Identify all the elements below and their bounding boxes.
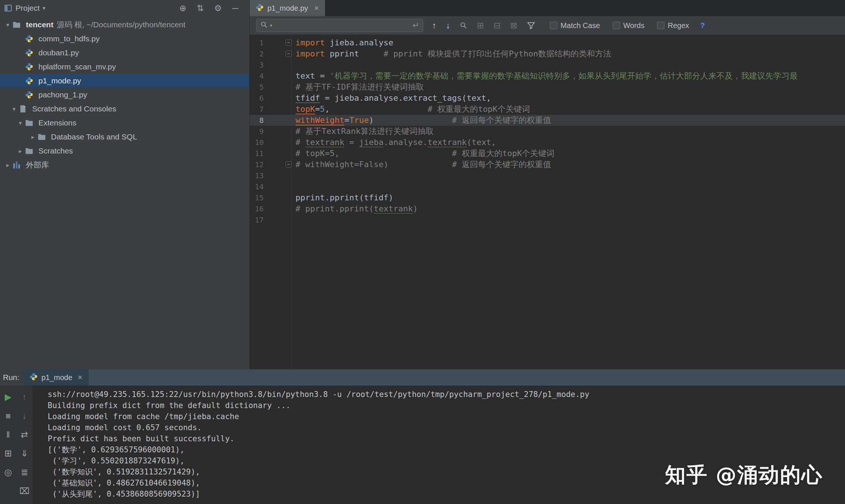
regex-box[interactable] <box>657 22 664 29</box>
code-line-7[interactable]: 7topK=5, # 权重最大的topK个关键词 <box>250 104 845 115</box>
select-all-occurrences-icon[interactable]: ⊠ <box>510 21 517 30</box>
line-number: 1 <box>250 37 264 48</box>
tree-item-external-libraries[interactable]: ▸外部库 <box>0 158 249 172</box>
restore-layout-icon[interactable]: ⊞ <box>4 448 12 459</box>
regex-checkbox[interactable]: Regex <box>657 21 689 30</box>
tree-item-label: pachong_1.py <box>38 90 87 99</box>
code-text: # 基于TF-IDF算法进行关键词抽取 <box>291 82 424 93</box>
fold-gutter <box>264 148 291 159</box>
tree-item-hplatform-scan-mv[interactable]: hplatform_scan_mv.py <box>0 60 249 74</box>
clear-console-icon[interactable]: ⌧ <box>19 486 30 497</box>
code-line-2[interactable]: 2−import pprint # pprint 模块提供了打印出任何Pytho… <box>250 48 845 59</box>
rerun-icon[interactable]: ▶ <box>5 391 11 403</box>
chevron-right-icon[interactable]: ▸ <box>28 134 38 141</box>
fold-marker-icon[interactable]: − <box>264 159 291 170</box>
tree-item-pachong-1[interactable]: pachong_1.py <box>0 88 249 102</box>
code-line-10[interactable]: 10# textrank = jieba.analyse.textrank(te… <box>250 137 845 148</box>
project-selector[interactable]: Project <box>16 4 40 13</box>
tree-item-douban1[interactable]: douban1.py <box>0 46 249 60</box>
code-line-3[interactable]: 3 <box>250 59 845 70</box>
words-checkbox[interactable]: Words <box>613 21 644 30</box>
remove-occurrence-icon[interactable]: ⊟ <box>493 21 500 30</box>
next-match-icon[interactable]: ↓ <box>446 21 451 30</box>
code-line-6[interactable]: 6tfidf = jieba.analyse.extract_tags(text… <box>250 93 845 104</box>
up-stack-trace-icon[interactable]: ↑ <box>22 391 27 403</box>
run-tab-p1-mode[interactable]: p1_mode ✕ <box>24 369 89 386</box>
chevron-right-icon[interactable]: ▸ <box>16 148 25 155</box>
print-icon[interactable]: ≣ <box>21 467 28 478</box>
close-run-tab-icon[interactable]: ✕ <box>78 374 83 382</box>
find-all-icon[interactable] <box>460 22 467 29</box>
code-line-4[interactable]: 4text = '机器学习，需要一定的数学基础，需要掌握的数学基础知识特别多，如… <box>250 70 845 82</box>
project-tree: ▾tencent源码 根, ~/Documents/python/tencent… <box>0 16 249 172</box>
fold-gutter <box>264 126 291 137</box>
code-line-17[interactable]: 17 <box>250 214 845 225</box>
chevron-down-icon[interactable]: ▾ <box>9 106 19 113</box>
code-line-16[interactable]: 16# pprint.pprint(textrank) <box>250 203 845 214</box>
line-number: 16 <box>250 203 264 214</box>
soft-wrap-icon[interactable]: ⇄ <box>21 429 28 440</box>
code-line-9[interactable]: 9# 基于TextRank算法进行关键词抽取 <box>250 126 845 137</box>
python-file-icon <box>30 373 38 383</box>
run-toolbar: ▶■‖⊞◎↑↓⇄⇓≣⌧ <box>0 386 33 504</box>
tree-item-label: comm_to_hdfs.py <box>38 34 100 43</box>
collapse-all-icon[interactable]: ⇅ <box>197 4 204 13</box>
fold-gutter <box>264 170 291 181</box>
filter-icon[interactable] <box>527 21 535 30</box>
words-box[interactable] <box>613 22 620 29</box>
tree-item-scratches[interactable]: ▸Scratches <box>0 144 249 158</box>
tree-item-tencent-root[interactable]: ▾tencent源码 根, ~/Documents/python/tencent <box>0 18 249 32</box>
editor-tab-label: p1_mode.py <box>267 4 308 13</box>
code-editor[interactable]: 1−import jieba.analyse2−import pprint # … <box>250 35 845 369</box>
chevron-right-icon[interactable]: ▸ <box>3 162 13 169</box>
code-line-14[interactable]: 14 <box>250 181 845 192</box>
new-line-icon[interactable]: ↵ <box>413 21 419 30</box>
console-line: [('数学', 0.6293657596000001), <box>48 444 845 455</box>
run-tab-bar: Run: p1_mode ✕ <box>0 369 845 386</box>
search-input[interactable]: ▾ ↵ <box>256 19 423 32</box>
code-line-13[interactable]: 13 <box>250 170 845 181</box>
tree-item-p1-mode[interactable]: p1_mode.py <box>0 74 249 88</box>
match-case-label: Match Case <box>561 21 600 30</box>
tree-item-scratches-and-consoles[interactable]: ▾Scratches and Consoles <box>0 102 249 116</box>
add-occurrence-icon[interactable]: ⊞ <box>477 21 484 30</box>
settings-gear-icon[interactable]: ⚙ <box>214 4 222 13</box>
tree-item-database-tools-and-sql[interactable]: ▸Database Tools and SQL <box>0 130 249 144</box>
code-line-12[interactable]: 12−# withWeight=False) # 返回每个关键字的权重值 <box>250 159 845 170</box>
pause-output-icon[interactable]: ‖ <box>6 429 10 440</box>
tree-item-extensions[interactable]: ▾Extensions <box>0 116 249 130</box>
code-line-8[interactable]: 8withWeight=True) # 返回每个关键字的权重值 <box>250 115 845 126</box>
close-tab-icon[interactable]: ✕ <box>314 4 319 12</box>
line-number: 5 <box>250 82 264 93</box>
regex-label: Regex <box>668 21 689 30</box>
match-case-box[interactable] <box>550 22 557 29</box>
fold-marker-icon[interactable]: − <box>264 37 291 48</box>
editor-tab-p1-mode[interactable]: p1_mode.py ✕ <box>250 0 325 16</box>
folder-icon <box>25 118 36 127</box>
down-stack-trace-icon[interactable]: ↓ <box>22 410 27 421</box>
code-line-5[interactable]: 5# 基于TF-IDF算法进行关键词抽取 <box>250 82 845 93</box>
code-text: import pprint # pprint 模块提供了打印出任何Python数… <box>291 48 611 59</box>
pin-tab-icon[interactable]: ◎ <box>4 467 12 478</box>
python-icon <box>25 34 36 43</box>
fold-marker-icon[interactable]: − <box>264 48 291 59</box>
search-history-chevron-icon[interactable]: ▾ <box>270 23 272 28</box>
code-text: # 基于TextRank算法进行关键词抽取 <box>291 126 434 137</box>
code-line-15[interactable]: 15pprint.pprint(tfidf) <box>250 192 845 203</box>
console-line: ssh://root@49.235.165.125:22/usr/bin/pyt… <box>48 389 845 400</box>
chevron-down-icon[interactable]: ▾ <box>3 21 13 28</box>
regex-help-link[interactable]: ? <box>700 21 705 30</box>
stop-icon[interactable]: ■ <box>6 410 11 421</box>
tree-item-comm-to-hdfs[interactable]: comm_to_hdfs.py <box>0 32 249 46</box>
chevron-down-icon[interactable]: ▾ <box>16 120 25 127</box>
console-line: Building prefix dict from the default di… <box>48 400 845 411</box>
code-line-1[interactable]: 1−import jieba.analyse <box>250 37 845 48</box>
hide-panel-icon[interactable]: ─ <box>232 4 238 13</box>
line-number: 15 <box>250 192 264 203</box>
code-line-11[interactable]: 11# topK=5, # 权重最大的topK个关键词 <box>250 148 845 159</box>
match-case-checkbox[interactable]: Match Case <box>550 21 600 30</box>
scroll-to-end-icon[interactable]: ⇓ <box>21 448 28 459</box>
prev-match-icon[interactable]: ↑ <box>432 21 437 30</box>
python-icon <box>25 90 36 99</box>
locate-icon[interactable]: ⊕ <box>179 4 187 13</box>
